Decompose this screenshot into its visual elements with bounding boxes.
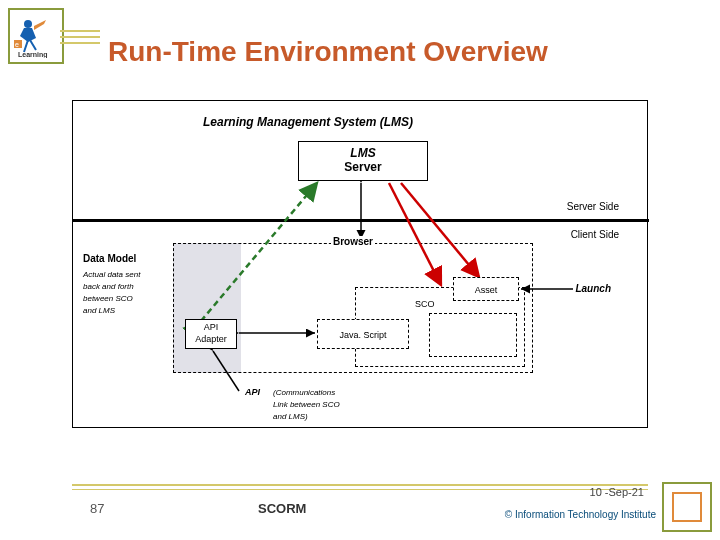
client-side-label: Client Side bbox=[571, 229, 619, 240]
date-label: 10 -Sep-21 bbox=[590, 486, 644, 498]
api-adapter-box: API Adapter bbox=[185, 319, 237, 349]
data-model-sub: Actual data sent back and forth between … bbox=[83, 269, 140, 317]
scorm-footer-label: SCORM bbox=[258, 501, 306, 516]
footer-rule bbox=[72, 484, 648, 486]
lms-server-box: LMS Server bbox=[298, 141, 428, 181]
sco-label: SCO bbox=[415, 299, 435, 309]
divider-line bbox=[73, 219, 649, 222]
copyright-label: © Information Technology Institute bbox=[505, 509, 656, 520]
svg-text:e: e bbox=[15, 41, 19, 48]
javascript-box: Java. Script bbox=[317, 319, 409, 349]
browser-label: Browser bbox=[331, 236, 375, 247]
api-l1: API bbox=[186, 322, 236, 334]
page-title: Run-Time Environment Overview bbox=[108, 36, 548, 68]
lms-heading: Learning Management System (LMS) bbox=[203, 115, 413, 129]
server-side-label: Server Side bbox=[567, 201, 619, 212]
data-model-label: Data Model bbox=[83, 253, 136, 264]
logo-corner-tl: Learning e bbox=[8, 8, 64, 64]
inner-square-icon bbox=[672, 492, 702, 522]
svg-point-0 bbox=[24, 20, 32, 28]
footer-rule-2 bbox=[72, 489, 648, 490]
api-note-label: API bbox=[245, 387, 260, 397]
asset-box: Asset bbox=[453, 277, 519, 301]
launch-label: Launch bbox=[575, 283, 611, 294]
diagram-frame: Learning Management System (LMS) LMS Ser… bbox=[72, 100, 648, 428]
api-l2: Adapter bbox=[186, 334, 236, 346]
lms-server-line2: Server bbox=[299, 160, 427, 174]
learning-logo-icon: Learning e bbox=[14, 14, 58, 58]
slide: Learning e Run-Time Environment Overview… bbox=[0, 0, 720, 540]
logo-corner-br bbox=[662, 482, 712, 532]
decorative-stripes bbox=[60, 30, 100, 44]
lms-server-line1: LMS bbox=[299, 146, 427, 160]
api-note: (Communications Link between SCO and LMS… bbox=[273, 387, 340, 423]
page-number: 87 bbox=[90, 501, 104, 516]
svg-text:Learning: Learning bbox=[18, 51, 48, 58]
